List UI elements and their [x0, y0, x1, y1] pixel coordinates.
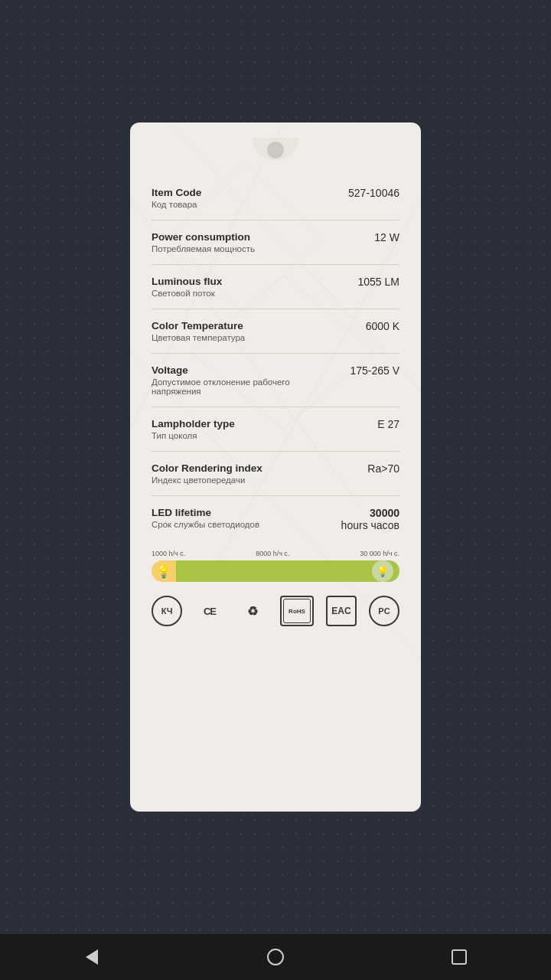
recents-icon: [452, 949, 467, 965]
label-en-voltage: Voltage: [152, 364, 323, 376]
card-hanger: [253, 138, 298, 161]
label-ru-flux: Световой поток: [152, 289, 323, 298]
back-button[interactable]: [77, 942, 107, 972]
label-ru-cri: Индекс цветопередачи: [152, 475, 323, 485]
label-ru-item-code: Код товара: [152, 200, 323, 209]
spec-label-color-temp: Color Temperature Цветовая температура: [152, 320, 331, 342]
spec-row-lifetime: LED lifetime Срок службы светодиодов 300…: [152, 496, 399, 542]
spec-row-voltage: Voltage Допустимое отклонение рабочего н…: [152, 354, 399, 407]
bar-labels: 1000 h/ч с. 8000 h/ч с. 30 000 h/ч с.: [152, 550, 399, 557]
value-cri: Ra>70: [331, 462, 399, 475]
value-voltage: 175-265 V: [331, 364, 399, 377]
spec-label-cri: Color Rendering index Индекс цветопереда…: [152, 462, 331, 485]
cert-rohs: RoHS: [280, 596, 314, 626]
bulb-right-icon: 💡: [377, 566, 389, 577]
cert-kc: КЧ: [152, 596, 182, 626]
value-lampholder: E 27: [331, 418, 399, 430]
label-en-color-temp: Color Temperature: [152, 320, 323, 332]
back-icon: [86, 949, 98, 965]
spec-row-lampholder: Lampholder type Тип цоколя E 27: [152, 407, 399, 452]
label-ru-lampholder: Тип цоколя: [152, 431, 323, 440]
cert-rohs-inner: RoHS: [283, 599, 311, 623]
label-en-item-code: Item Code: [152, 187, 323, 198]
spec-row-color-temp: Color Temperature Цветовая температура 6…: [152, 309, 399, 354]
label-ru-lifetime: Срок службы светодиодов: [152, 520, 323, 529]
bar-label-mid: 8000 h/ч с.: [256, 550, 289, 557]
value-power: 12 W: [331, 231, 399, 243]
label-ru-power: Потребляемая мощность: [152, 244, 323, 253]
lifetime-hours-en: hours: [341, 519, 368, 531]
value-flux: 1055 LM: [331, 276, 399, 288]
specs-table: Item Code Код товара 527-10046 Power con…: [130, 176, 421, 542]
certification-row: КЧ CE ♻ RoHS EAC PC: [130, 582, 421, 626]
lifetime-bar-section: 1000 h/ч с. 8000 h/ч с. 30 000 h/ч с. 💡 …: [130, 542, 421, 582]
label-en-lampholder: Lampholder type: [152, 418, 323, 430]
product-card: Item Code Код товара 527-10046 Power con…: [130, 122, 421, 812]
cert-eac: EAC: [326, 596, 357, 626]
spec-label-item-code: Item Code Код товара: [152, 187, 331, 209]
spec-label-lampholder: Lampholder type Тип цоколя: [152, 418, 331, 440]
label-ru-voltage: Допустимое отклонение рабочего напряжени…: [152, 377, 323, 396]
bar-label-right: 30 000 h/ч с.: [360, 550, 399, 557]
screen: Item Code Код товара 527-10046 Power con…: [0, 0, 551, 934]
label-en-flux: Luminous flux: [152, 276, 323, 287]
spec-row-flux: Luminous flux Световой поток 1055 LM: [152, 265, 399, 309]
label-en-cri: Color Rendering index: [152, 462, 323, 474]
nav-bar: [0, 934, 551, 980]
spec-label-voltage: Voltage Допустимое отклонение рабочего н…: [152, 364, 331, 396]
lifetime-hours-number: 30000: [370, 507, 399, 519]
lifetime-hours-ru: часов: [371, 519, 399, 531]
cert-recycle: ♻: [237, 596, 268, 626]
label-ru-color-temp: Цветовая температура: [152, 333, 323, 342]
bar-green-fill: 💡: [176, 560, 399, 582]
cert-pc: PC: [369, 596, 399, 626]
home-button[interactable]: [260, 942, 291, 972]
label-en-lifetime: LED lifetime: [152, 507, 323, 518]
spec-row-item-code: Item Code Код товара 527-10046: [152, 176, 399, 220]
spec-row-cri: Color Rendering index Индекс цветопереда…: [152, 452, 399, 496]
lifetime-bar: 💡 💡: [152, 560, 399, 582]
value-color-temp: 6000 K: [331, 320, 399, 332]
value-lifetime: 30000 hours часов: [331, 507, 399, 531]
bar-bulb-right: 💡: [372, 560, 393, 582]
spec-label-lifetime: LED lifetime Срок службы светодиодов: [152, 507, 331, 529]
bar-label-left: 1000 h/ч с.: [152, 550, 185, 557]
spec-label-power: Power consumption Потребляемая мощность: [152, 231, 331, 253]
label-en-power: Power consumption: [152, 231, 323, 243]
bar-bulb-left: 💡: [152, 560, 176, 582]
cert-ce: CE: [194, 596, 225, 626]
recents-button[interactable]: [444, 942, 474, 972]
spec-row-power: Power consumption Потребляемая мощность …: [152, 220, 399, 265]
spec-label-flux: Luminous flux Световой поток: [152, 276, 331, 298]
home-icon: [267, 949, 284, 965]
value-item-code: 527-10046: [331, 187, 399, 199]
bulb-left-icon: 💡: [156, 564, 171, 579]
